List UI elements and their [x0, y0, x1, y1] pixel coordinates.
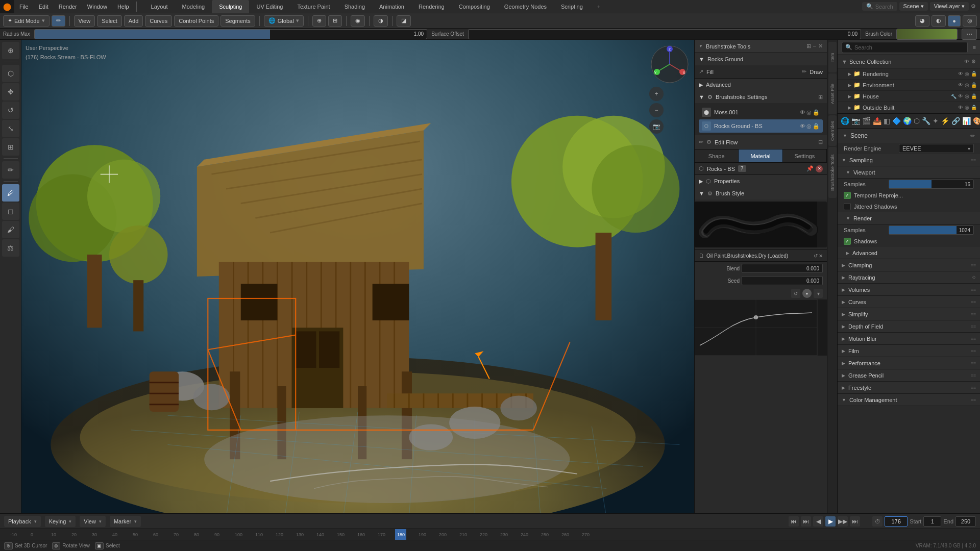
view-dropdown[interactable]: View ▾ — [80, 516, 106, 527]
viewport-subsection[interactable]: ▼ Viewport — [838, 166, 980, 179]
props-physics-icon[interactable]: ⚡ — [941, 117, 949, 125]
tab-shape[interactable]: Shape — [695, 149, 739, 162]
brush-item-moss[interactable]: ⬤ Moss.001 👁 ◎ 🔒 — [699, 106, 823, 119]
filter-icon[interactable]: ≡ — [973, 44, 976, 51]
search-input-right[interactable]: Search — [854, 44, 872, 51]
menu-file[interactable]: File — [14, 0, 34, 13]
menu-edit[interactable]: Edit — [34, 0, 54, 13]
viewport-samples-slider[interactable]: 16 — [889, 180, 974, 189]
draw-label[interactable]: Draw — [810, 69, 823, 75]
side-tab-item[interactable]: Item — [828, 42, 837, 72]
props-data-icon[interactable]: 📊 — [962, 117, 971, 125]
panel-icon-2[interactable]: − — [813, 43, 816, 49]
xray-btn[interactable]: ◪ — [397, 15, 411, 27]
lock-icon-rg[interactable]: 🔒 — [813, 123, 820, 130]
tab-modeling[interactable]: Modeling — [175, 0, 212, 13]
play-btn[interactable]: ▶ — [825, 516, 836, 527]
select-tool[interactable]: ⬡ — [2, 65, 19, 82]
lock-icon-out[interactable]: 🔒 — [971, 105, 977, 110]
cursor-tool[interactable]: ⊕ — [2, 42, 19, 59]
shading-material[interactable]: ◐ — [932, 15, 946, 27]
tab-shading[interactable]: Shading — [337, 0, 372, 13]
weight-tool[interactable]: ⚖ — [2, 239, 19, 257]
close-brush-btn[interactable]: ✕ — [816, 165, 823, 172]
proportional-btn[interactable]: ◉ — [351, 15, 365, 27]
tab-scripting[interactable]: Scripting — [554, 0, 590, 13]
reload-icon[interactable]: ↺ — [814, 253, 818, 259]
motion-blur-section[interactable]: ▶ Motion Blur ≡≡ — [838, 333, 980, 345]
depth-of-field-section[interactable]: ▶ Depth of Field ≡≡ — [838, 320, 980, 333]
simplify-section[interactable]: ▶ Simplify ≡≡ — [838, 308, 980, 320]
cam-icon-house[interactable]: ◎ — [965, 93, 969, 99]
scene-item-outside[interactable]: ▶ 📁 Outside Built 👁 ◎ 🔒 — [838, 102, 980, 113]
panel-icon-3[interactable]: ✕ — [818, 43, 823, 49]
zoom-out-btn[interactable]: − — [649, 103, 664, 117]
seed-more-btn[interactable]: ▾ — [814, 289, 823, 298]
camera-icon[interactable]: ◎ — [806, 109, 812, 116]
visibility-icon[interactable]: 👁 — [800, 109, 805, 116]
properties-section[interactable]: ▶ ⬡ Properties — [695, 175, 827, 187]
side-tab-brushstroke[interactable]: Brushstroke Tools — [828, 147, 837, 198]
eye-icon-env[interactable]: 👁 — [958, 82, 963, 88]
seed-slider[interactable]: 0.000 — [742, 276, 823, 285]
props-object-icon[interactable]: ⬡ — [914, 117, 920, 125]
side-tab-asset[interactable]: Asset Pile — [828, 73, 837, 114]
curves-menu[interactable]: Curves — [145, 15, 172, 27]
color-management-section[interactable]: ▼ Color Management ≡≡ — [838, 394, 980, 406]
end-frame-input[interactable] — [955, 516, 976, 527]
transform-selector[interactable]: 🌐 Global ▾ — [264, 15, 304, 27]
menu-help[interactable]: Help — [112, 0, 134, 13]
menu-render[interactable]: Render — [54, 0, 82, 13]
cam-icon-env[interactable]: ◎ — [965, 82, 969, 88]
edit-flow-more[interactable]: ⊟ — [818, 139, 823, 145]
render-subsection[interactable]: ▼ Render — [838, 212, 980, 224]
props-modifier-icon[interactable]: 🔧 — [922, 117, 930, 125]
scene-selector[interactable]: Scene ▾ — [899, 2, 928, 11]
performance-section[interactable]: ▶ Performance ≡≡ — [838, 357, 980, 369]
pivot-btn[interactable]: ⊕ — [312, 15, 326, 27]
brush-color-preview[interactable] — [896, 29, 958, 40]
vis-icon-sc[interactable]: 👁 — [964, 59, 969, 64]
mode-select-btn[interactable]: ✦ Edit Mode ▾ — [3, 15, 50, 27]
pin-icon[interactable]: 📌 — [806, 165, 814, 172]
eye-icon-out[interactable]: 👁 — [958, 105, 963, 110]
render-engine-selector[interactable]: EEVEE ▾ — [899, 144, 974, 153]
pen-tool[interactable]: 🖊 — [2, 184, 19, 202]
scene-item-environment[interactable]: ▶ 📁 Environment 👁 ◎ 🔒 — [838, 80, 980, 91]
brush-style-section[interactable]: ▼ ⚙ Brush Style — [695, 187, 827, 199]
texture-file-name[interactable]: Oil Paint.Brushstrokes.Dry (Loaded) — [706, 253, 788, 259]
tint-tool[interactable]: 🖌 — [2, 221, 19, 238]
props-view-layer-icon[interactable]: ◧ — [884, 117, 890, 125]
lock-icon-env[interactable]: 🔒 — [971, 82, 977, 88]
scale-tool[interactable]: ⤡ — [2, 120, 19, 137]
navigation-gizmo[interactable]: Z X Y — [649, 44, 690, 85]
temporal-reproj-checkbox[interactable]: ✓ — [844, 192, 851, 199]
filter-icon-sc[interactable]: ⚙ — [971, 59, 976, 64]
tab-add[interactable]: + — [590, 0, 607, 13]
start-frame-input[interactable] — [923, 516, 941, 527]
visibility-icon-rg[interactable]: 👁 — [800, 123, 805, 130]
jump-prev-key-btn[interactable]: ⏭ — [801, 516, 811, 527]
lock-icon[interactable]: 🔒 — [813, 109, 820, 116]
next-frame-btn[interactable]: ▶▶ — [838, 516, 848, 527]
snap-btn[interactable]: ⊞ — [328, 15, 342, 27]
blend-slider[interactable]: 0.000 — [742, 264, 823, 273]
tab-texture-paint[interactable]: Texture Paint — [290, 0, 337, 13]
transform-tool[interactable]: ⊞ — [2, 138, 19, 156]
rotate-tool[interactable]: ↺ — [2, 102, 19, 119]
scene-item-rendering[interactable]: ▶ 📁 Rendering 👁 ◎ 🔒 — [838, 68, 980, 80]
props-world-icon[interactable]: 🌍 — [903, 117, 912, 125]
brushstroke-tools-header[interactable]: ▼ Brushstroke Tools ⊞ − ✕ — [695, 40, 827, 53]
tab-settings[interactable]: Settings — [783, 149, 827, 162]
refresh-seed-btn[interactable]: ↺ — [791, 289, 800, 298]
props-scene2-icon[interactable]: 🔷 — [892, 117, 901, 125]
brush-toggle[interactable]: ✏ — [52, 15, 65, 27]
camera-icon-rg[interactable]: ◎ — [806, 123, 812, 130]
clamping-section[interactable]: ▶ Clamping ≡≡ — [838, 259, 980, 271]
segments-menu[interactable]: Segments — [220, 15, 255, 27]
view-layer-selector[interactable]: ViewLayer ▾ — [930, 2, 969, 11]
brushstroke-settings-section[interactable]: ▼ ⚙ Brushstroke Settings ⊞ — [695, 91, 827, 103]
tab-rendering[interactable]: Rendering — [411, 0, 452, 13]
control-points-menu[interactable]: Control Points — [174, 15, 218, 27]
viewport[interactable]: User Perspective (176) Rocks Stream - BS… — [21, 40, 694, 513]
